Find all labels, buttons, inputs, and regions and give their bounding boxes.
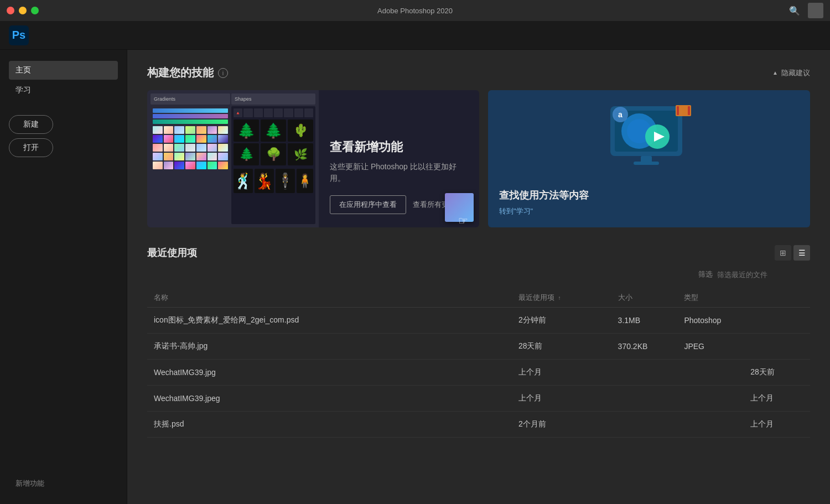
learn-card: a 查找使用方法等内容 转到"学习" bbox=[488, 90, 810, 227]
sidebar-bottom: 新增功能 bbox=[9, 474, 118, 493]
minimize-button[interactable] bbox=[19, 7, 27, 14]
file-name-2: WechatIMG39.jpg bbox=[147, 360, 512, 386]
window-controls bbox=[7, 7, 39, 14]
gradients-label: Gradients bbox=[151, 93, 230, 105]
file-type-4 bbox=[677, 412, 744, 438]
file-size-2 bbox=[611, 360, 678, 386]
file-recent-4: 2个月前 bbox=[512, 412, 611, 438]
file-extra-4: 上个月 bbox=[744, 412, 810, 438]
file-recent-1: 28天前 bbox=[512, 334, 611, 360]
collapse-button[interactable]: ▲ 隐藏建议 bbox=[772, 68, 810, 78]
feature-card-main: Gradients bbox=[147, 90, 479, 227]
sort-icon: ↑ bbox=[558, 295, 561, 301]
recent-title: 最近使用项 bbox=[147, 246, 197, 259]
svg-rect-11 bbox=[677, 106, 679, 115]
new-button[interactable]: 新建 bbox=[9, 115, 53, 134]
table-row[interactable]: WechatIMG39.jpeg 上个月 上个月 bbox=[147, 386, 810, 412]
view-toggle: ⊞ ☰ bbox=[775, 245, 810, 261]
skills-title: 构建您的技能 bbox=[147, 65, 214, 80]
titlebar: Adobe Photoshop 2020 🔍 bbox=[0, 0, 830, 21]
info-icon[interactable]: i bbox=[218, 68, 228, 78]
ps-logo: Ps bbox=[9, 25, 29, 45]
close-button[interactable] bbox=[7, 7, 14, 14]
sidebar: 主页 学习 新建 打开 新增功能 bbox=[0, 50, 127, 504]
file-type-1: JPEG bbox=[677, 334, 744, 360]
file-name-0: icon图标_免费素材_爱给网_2gei_com.psd bbox=[147, 308, 512, 334]
file-name-3: WechatIMG39.jpeg bbox=[147, 386, 512, 412]
col-header-name: 名称 bbox=[147, 288, 512, 308]
col-header-size: 大小 bbox=[611, 288, 678, 308]
file-type-2 bbox=[677, 360, 744, 386]
new-features-label: 新增功能 bbox=[9, 474, 118, 493]
filter-row: 筛选 bbox=[147, 269, 810, 279]
file-extra-0 bbox=[744, 308, 810, 334]
table-header-row: 名称 最近使用项 ↑ 大小 类型 bbox=[147, 288, 810, 308]
file-extra-3: 上个月 bbox=[744, 386, 810, 412]
sidebar-buttons: 新建 打开 bbox=[9, 115, 118, 157]
file-size-4 bbox=[611, 412, 678, 438]
recent-header: 最近使用项 ⊞ ☰ bbox=[147, 245, 810, 261]
file-recent-2: 上个月 bbox=[512, 360, 611, 386]
sidebar-item-home[interactable]: 主页 bbox=[9, 61, 118, 80]
learn-title: 查找使用方法等内容 bbox=[499, 189, 799, 202]
file-name-1: 承诺书-高帅.jpg bbox=[147, 334, 512, 360]
sidebar-item-learn[interactable]: 学习 bbox=[9, 81, 118, 100]
table-row[interactable]: 承诺书-高帅.jpg 28天前 370.2KB JPEG bbox=[147, 334, 810, 360]
col-header-extra bbox=[744, 288, 810, 308]
user-avatar[interactable] bbox=[808, 3, 823, 18]
view-in-app-button[interactable]: 在应用程序中查看 bbox=[330, 195, 406, 214]
table-row[interactable]: WechatIMG39.jpg 上个月 28天前 bbox=[147, 360, 810, 386]
main-layout: 主页 学习 新建 打开 新增功能 构建您的技能 i ▲ 隐藏建议 bbox=[0, 50, 830, 504]
files-tbody: icon图标_免费素材_爱给网_2gei_com.psd 2分钟前 3.1MB … bbox=[147, 308, 810, 438]
svg-rect-12 bbox=[688, 106, 690, 115]
grid-view-button[interactable]: ⊞ bbox=[775, 245, 791, 261]
col-header-type: 类型 bbox=[677, 288, 744, 308]
chevron-up-icon: ▲ bbox=[772, 70, 778, 76]
feature-preview: Gradients bbox=[147, 90, 319, 227]
filter-label: 筛选 bbox=[698, 269, 713, 279]
gradients-content: ☞ bbox=[151, 106, 230, 224]
skills-section-header: 构建您的技能 i ▲ 隐藏建议 bbox=[147, 65, 810, 80]
feature-description: 这些更新让 Photoshop 比以往更加好用。 bbox=[330, 161, 468, 184]
gradients-panel: Gradients bbox=[151, 93, 230, 224]
open-button[interactable]: 打开 bbox=[9, 138, 53, 157]
sidebar-nav: 主页 学习 bbox=[9, 61, 118, 100]
app-header: Ps bbox=[0, 21, 830, 50]
cards-row: Gradients bbox=[147, 90, 810, 227]
learn-svg: a bbox=[594, 95, 704, 178]
learn-link[interactable]: 转到"学习" bbox=[499, 206, 799, 216]
shapes-label: Shapes bbox=[231, 93, 315, 105]
file-type-3 bbox=[677, 386, 744, 412]
file-extra-1 bbox=[744, 334, 810, 360]
file-size-3 bbox=[611, 386, 678, 412]
table-row[interactable]: 扶摇.psd 2个月前 上个月 bbox=[147, 412, 810, 438]
skills-title-row: 构建您的技能 i bbox=[147, 65, 228, 80]
file-type-0: Photoshop bbox=[677, 308, 744, 334]
titlebar-actions: 🔍 bbox=[787, 3, 823, 18]
file-extra-2: 28天前 bbox=[744, 360, 810, 386]
ps-logo-text: Ps bbox=[12, 29, 25, 41]
maximize-button[interactable] bbox=[31, 7, 39, 14]
file-size-1: 370.2KB bbox=[611, 334, 678, 360]
file-recent-0: 2分钟前 bbox=[512, 308, 611, 334]
svg-text:a: a bbox=[618, 110, 622, 119]
list-view-button[interactable]: ☰ bbox=[793, 245, 810, 261]
svg-rect-7 bbox=[634, 162, 659, 165]
table-row[interactable]: icon图标_免费素材_爱给网_2gei_com.psd 2分钟前 3.1MB … bbox=[147, 308, 810, 334]
file-recent-3: 上个月 bbox=[512, 386, 611, 412]
learn-illustration: a bbox=[488, 90, 810, 183]
filter-input[interactable] bbox=[717, 271, 810, 279]
file-size-0: 3.1MB bbox=[611, 308, 678, 334]
window-title: Adobe Photoshop 2020 bbox=[377, 7, 453, 15]
feature-title: 查看新增功能 bbox=[330, 139, 468, 155]
file-name-4: 扶摇.psd bbox=[147, 412, 512, 438]
shapes-content: 🔺 bbox=[231, 106, 315, 224]
col-header-recent[interactable]: 最近使用项 ↑ bbox=[512, 288, 611, 308]
shapes-panel: Shapes 🔺 bbox=[231, 93, 315, 224]
search-icon[interactable]: 🔍 bbox=[787, 3, 802, 18]
content-area: 构建您的技能 i ▲ 隐藏建议 Gradients bbox=[127, 50, 830, 504]
files-table: 名称 最近使用项 ↑ 大小 类型 icon图 bbox=[147, 288, 810, 438]
